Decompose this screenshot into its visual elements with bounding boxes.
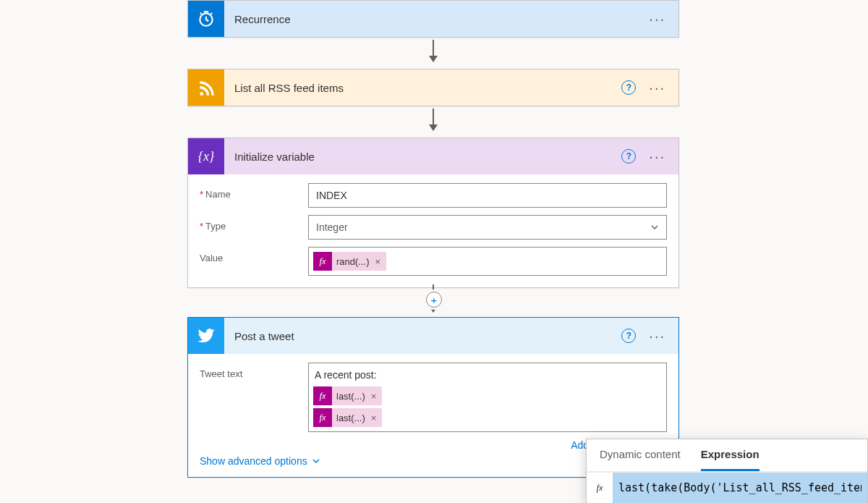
token-label: last(...)	[332, 391, 370, 402]
chevron-down-icon	[650, 223, 659, 232]
value-input[interactable]: fx rand(...) ×	[308, 247, 667, 276]
variable-icon: {x}	[188, 138, 224, 174]
fx-icon: fx	[587, 473, 613, 503]
more-icon[interactable]: ···	[649, 84, 665, 91]
step-recurrence[interactable]: Recurrence ···	[187, 0, 679, 38]
show-advanced-options-link[interactable]: Show advanced options	[200, 455, 320, 467]
clock-icon	[188, 1, 224, 37]
expression-token[interactable]: fx rand(...) ×	[313, 252, 386, 271]
expression-input[interactable]	[613, 473, 867, 503]
twitter-icon	[188, 318, 224, 354]
more-icon[interactable]: ···	[649, 153, 665, 160]
add-step-button[interactable]: +	[426, 292, 442, 308]
more-icon[interactable]: ···	[649, 15, 665, 22]
tweet-text-input[interactable]: A recent post: fx last(...) × fx last(..…	[308, 363, 667, 432]
token-remove[interactable]: ×	[370, 413, 383, 423]
step-title: Post a tweet	[224, 330, 621, 342]
fx-icon: fx	[313, 386, 332, 405]
fx-icon: fx	[313, 408, 332, 427]
field-label-value: Value	[200, 247, 308, 263]
step-initialize-variable[interactable]: {x} Initialize variable ? ··· Name Type …	[187, 138, 679, 288]
name-input[interactable]	[308, 183, 667, 208]
connector-arrow	[433, 109, 434, 130]
tab-expression[interactable]: Expression	[701, 448, 760, 471]
step-title: List all RSS feed items	[224, 82, 621, 94]
field-label-tweet-text: Tweet text	[200, 363, 308, 379]
expression-token[interactable]: fx last(...) ×	[313, 408, 382, 427]
help-icon[interactable]: ?	[621, 329, 636, 343]
fx-icon: fx	[313, 252, 332, 271]
type-value: Integer	[316, 221, 348, 233]
tweet-pretext: A recent post:	[313, 366, 662, 385]
expression-token[interactable]: fx last(...) ×	[313, 386, 382, 405]
help-icon[interactable]: ?	[621, 80, 636, 95]
rss-icon	[188, 69, 224, 106]
token-label: rand(...)	[332, 256, 374, 267]
field-label-type: Type	[200, 215, 308, 232]
token-remove[interactable]: ×	[374, 256, 387, 267]
help-icon[interactable]: ?	[621, 149, 636, 164]
dynamic-content-popup: Dynamic content Expression fx	[586, 439, 868, 503]
tab-dynamic-content[interactable]: Dynamic content	[600, 448, 681, 471]
chevron-down-icon	[312, 457, 320, 465]
step-title: Recurrence	[224, 13, 649, 25]
connector-arrow	[433, 40, 434, 62]
token-remove[interactable]: ×	[370, 391, 383, 402]
advanced-label: Show advanced options	[200, 455, 307, 467]
field-label-name: Name	[200, 183, 308, 200]
step-rss[interactable]: List all RSS feed items ? ···	[187, 69, 679, 106]
step-title: Initialize variable	[224, 151, 621, 163]
more-icon[interactable]: ···	[649, 332, 665, 339]
type-select[interactable]: Integer	[308, 215, 667, 240]
token-label: last(...)	[332, 413, 370, 423]
